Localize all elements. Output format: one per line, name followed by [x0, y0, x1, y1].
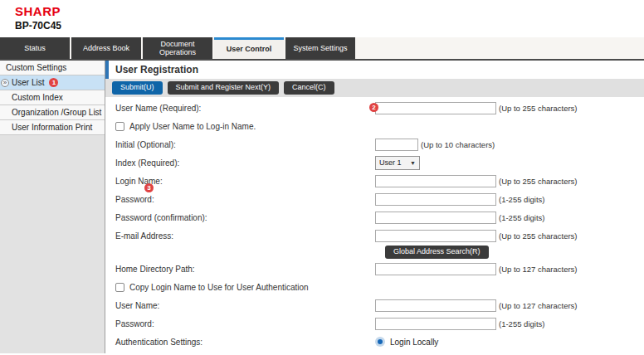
step-badge-1: 1 — [49, 78, 58, 87]
password-input[interactable] — [375, 193, 496, 206]
copy-login-name-checkbox[interactable] — [115, 283, 124, 292]
auth-password-input[interactable] — [375, 318, 496, 330]
index-label: Index (Required): — [105, 158, 375, 168]
user-name-input[interactable] — [375, 102, 496, 114]
initial-label: Initial (Optional): — [105, 140, 375, 149]
auth-user-name-hint: (Up to 127 characters) — [499, 301, 578, 310]
form-row-auth-user-name: User Name: (Up to 127 characters) — [105, 296, 644, 314]
top-tab-bar: Status Address Book Document Operations … — [0, 37, 644, 61]
sidebar-item-label: User Information Print — [12, 123, 92, 132]
form-row-home-directory: Home Directory Path: (Up to 127 characte… — [105, 260, 644, 278]
sidebar-item-label: Organization /Group List — [12, 108, 101, 117]
sidebar: Custom Settings » User List 1 Custom Ind… — [0, 61, 105, 353]
global-address-search-button[interactable]: Global Address Search(R) — [385, 246, 489, 259]
home-directory-label: Home Directory Path: — [105, 265, 375, 274]
circled-arrow-icon: » — [1, 79, 9, 87]
device-model: BP-70C45 — [15, 20, 644, 32]
sidebar-item-label: Custom Index — [12, 93, 63, 102]
action-toolbar: Submit(U) Submit and Register Next(Y) Ca… — [105, 79, 644, 97]
radio-selected-dot — [378, 339, 383, 344]
user-name-label: User Name (Required): — [105, 104, 375, 113]
form-row-initial: Initial (Optional): (Up to 10 characters… — [105, 135, 644, 153]
form-row-index: Index (Required): User 1 ▼ — [105, 153, 644, 172]
password-hint: (1-255 digits) — [499, 195, 544, 204]
form-row-auth-password: Password: (1-255 digits) — [105, 314, 644, 333]
form-row-global-address-search: Global Address Search(R) — [105, 245, 644, 260]
auth-password-hint: (1-255 digits) — [499, 319, 544, 328]
sidebar-item-user-information-print[interactable]: User Information Print — [0, 120, 105, 135]
email-label: E-mail Address: — [105, 231, 375, 241]
tab-user-control[interactable]: User Control — [214, 37, 284, 59]
cancel-button[interactable]: Cancel(C) — [284, 81, 334, 95]
tab-status[interactable]: Status — [0, 37, 70, 59]
chevron-down-icon: ▼ — [410, 160, 416, 166]
tab-address-book[interactable]: Address Book — [71, 37, 141, 59]
index-select-value: User 1 — [379, 158, 402, 167]
email-hint: (Up to 255 characters) — [499, 231, 578, 241]
sidebar-item-organization-group-list[interactable]: Organization /Group List — [0, 105, 105, 120]
page-header: SHARP BP-70C45 — [0, 0, 644, 37]
login-name-input[interactable] — [375, 175, 496, 187]
auth-user-name-input[interactable] — [375, 299, 496, 312]
initial-hint: (Up to 10 characters) — [421, 140, 495, 149]
submit-button[interactable]: Submit(U) — [112, 81, 163, 95]
form-row-apply-user-name: Apply User Name to Log-in Name. — [105, 117, 644, 135]
tab-system-settings[interactable]: System Settings — [285, 37, 355, 59]
login-name-hint: (Up to 255 characters) — [499, 177, 578, 186]
sidebar-item-label: Custom Settings — [6, 63, 66, 72]
form-row-login-name: Login Name: (Up to 255 characters) — [105, 172, 644, 190]
email-input[interactable] — [375, 230, 496, 242]
password-label: Password: — [105, 195, 375, 204]
user-registration-form: User Name (Required): 2 (Up to 255 chara… — [105, 97, 644, 351]
apply-user-name-label: Apply User Name to Log-in Name. — [129, 122, 256, 131]
home-directory-hint: (Up to 127 characters) — [499, 265, 578, 274]
password-confirmation-input[interactable] — [375, 212, 496, 224]
sidebar-item-custom-settings[interactable]: Custom Settings — [0, 61, 105, 75]
login-locally-radio[interactable] — [375, 337, 385, 347]
sharp-logo: SHARP — [15, 4, 644, 18]
index-select[interactable]: User 1 ▼ — [375, 156, 420, 170]
form-row-user-name: User Name (Required): 2 (Up to 255 chara… — [105, 99, 644, 117]
sidebar-item-user-list[interactable]: » User List 1 — [0, 75, 105, 90]
password-confirmation-label: Password (confirmation): — [105, 213, 375, 222]
initial-input[interactable] — [375, 139, 418, 151]
user-name-hint: (Up to 255 characters) — [499, 104, 578, 113]
copy-login-name-label: Copy Login Name to Use for User Authenti… — [129, 283, 309, 292]
login-locally-label: Login Locally — [390, 338, 438, 347]
submit-and-register-next-button[interactable]: Submit and Register Next(Y) — [168, 81, 280, 95]
sidebar-item-label: User List — [12, 78, 44, 87]
auth-user-name-label: User Name: — [105, 301, 375, 310]
content-area: Custom Settings » User List 1 Custom Ind… — [0, 61, 644, 353]
sharp-web-ui: SHARP BP-70C45 Status Address Book Docum… — [0, 0, 644, 355]
form-row-password-confirmation: Password (confirmation): (1-255 digits) — [105, 208, 644, 226]
tab-document-operations[interactable]: Document Operations — [143, 37, 212, 59]
main-panel: User Registration Submit(U) Submit and R… — [105, 61, 644, 353]
authentication-settings-label: Authentication Settings: — [105, 338, 375, 347]
apply-user-name-checkbox[interactable] — [115, 122, 124, 131]
form-row-authentication-settings: Authentication Settings: Login Locally — [105, 333, 644, 351]
step-badge-2: 2 — [369, 103, 378, 112]
form-row-copy-login-name: Copy Login Name to Use for User Authenti… — [105, 278, 644, 296]
sidebar-item-custom-index[interactable]: Custom Index — [0, 90, 105, 105]
home-directory-input[interactable] — [375, 263, 496, 275]
step-badge-3: 3 — [144, 183, 154, 192]
password-confirmation-hint: (1-255 digits) — [499, 213, 544, 222]
form-row-email: E-mail Address: (Up to 255 characters) — [105, 226, 644, 245]
auth-password-label: Password: — [105, 319, 375, 328]
form-row-password: Password: (1-255 digits) — [105, 190, 644, 208]
page-title: User Registration — [105, 61, 644, 79]
